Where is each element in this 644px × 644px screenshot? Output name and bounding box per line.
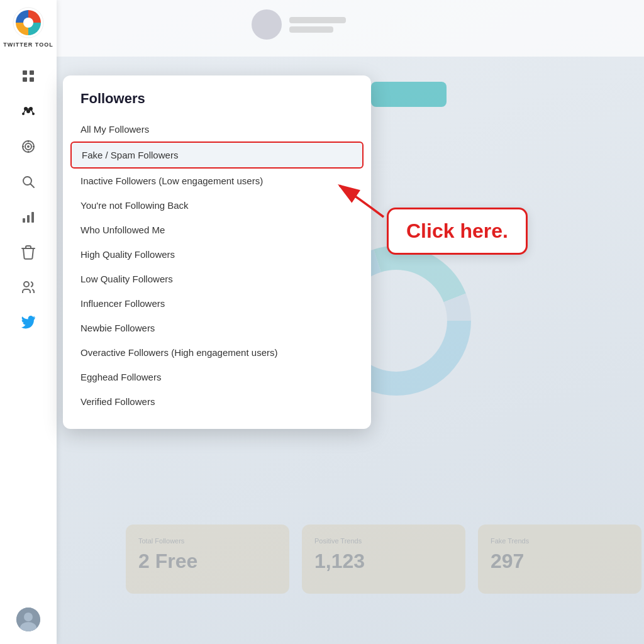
svg-rect-7 (23, 77, 27, 82)
svg-point-4 (23, 18, 33, 28)
bg-name-line (289, 17, 346, 23)
bg-total-value: 2 Free (138, 550, 277, 573)
audience-icon (21, 280, 36, 295)
bg-stats-area: Total Followers 2 Free Positive Trends 1… (126, 525, 641, 594)
sidebar: TWITTER TOOL (0, 0, 57, 644)
svg-rect-8 (30, 77, 34, 82)
sidebar-item-targeting[interactable] (13, 131, 44, 162)
bg-header (57, 0, 644, 57)
bg-total-label: Total Followers (138, 537, 277, 545)
logo-area: TWITTER TOOL (3, 6, 53, 48)
followers-icon (19, 103, 37, 120)
dropdown-item-inactive[interactable]: Inactive Followers (Low engagement users… (63, 169, 371, 193)
click-here-callout: Click here. (387, 208, 528, 255)
dropdown-item-newbie[interactable]: Newbie Followers (63, 316, 371, 340)
twitter-icon (21, 315, 36, 330)
analytics-icon (21, 209, 36, 225)
trash-icon (21, 245, 35, 260)
sidebar-item-followers[interactable] (13, 96, 44, 127)
svg-point-21 (27, 145, 30, 148)
dropdown-item-egghead[interactable]: Egghead Followers (63, 365, 371, 389)
sidebar-item-twitter[interactable] (13, 307, 44, 338)
app-name-label: TWITTER TOOL (3, 42, 53, 48)
sidebar-item-cleanup[interactable] (13, 236, 44, 268)
bg-positive-label: Positive Trends (314, 537, 453, 545)
followers-dropdown: Followers All My Followers Fake / Spam F… (63, 75, 371, 429)
sidebar-item-analytics[interactable] (13, 201, 44, 233)
dropdown-item-all-followers[interactable]: All My Followers (63, 117, 371, 142)
bg-profile-text (289, 17, 346, 33)
sidebar-item-audience[interactable] (13, 272, 44, 303)
bg-profile (252, 9, 346, 40)
bg-fake-label: Fake Trends (491, 537, 629, 545)
bg-avatar (252, 9, 282, 40)
dropdown-item-high-quality[interactable]: High Quality Followers (63, 242, 371, 267)
sidebar-nav (13, 60, 44, 608)
callout-text: Click here. (406, 219, 508, 242)
search-icon (21, 174, 36, 189)
svg-rect-29 (27, 215, 30, 223)
svg-rect-6 (30, 70, 34, 75)
app-logo-icon (12, 6, 45, 39)
bg-handle-line (289, 26, 333, 33)
dropdown-item-not-following-back[interactable]: You're not Following Back (63, 193, 371, 218)
bg-tools-button (371, 82, 447, 107)
svg-rect-5 (23, 70, 27, 75)
avatar-image (16, 608, 40, 631)
sidebar-item-search[interactable] (13, 166, 44, 197)
dropdown-item-verified[interactable]: Verified Followers (63, 389, 371, 414)
dropdown-item-influencer[interactable]: Influencer Followers (63, 291, 371, 316)
dashboard-icon (21, 69, 36, 84)
dropdown-title: Followers (63, 91, 371, 117)
svg-rect-30 (31, 212, 34, 223)
bg-stat-card-positive: Positive Trends 1,123 (302, 525, 465, 594)
user-avatar[interactable] (16, 608, 40, 631)
bg-fake-value: 297 (491, 550, 629, 573)
svg-point-33 (24, 613, 33, 621)
sidebar-item-dashboard[interactable] (13, 60, 44, 92)
bg-stat-card-total: Total Followers 2 Free (126, 525, 289, 594)
dropdown-item-fake-spam[interactable]: Fake / Spam Followers (70, 142, 364, 169)
svg-point-31 (24, 282, 29, 287)
svg-line-27 (31, 184, 35, 188)
bg-positive-value: 1,123 (314, 550, 453, 573)
dropdown-item-low-quality[interactable]: Low Quality Followers (63, 267, 371, 291)
svg-rect-28 (23, 218, 25, 223)
targeting-icon (21, 139, 36, 154)
dropdown-item-unfollowed-me[interactable]: Who Unfollowed Me (63, 218, 371, 242)
bg-stat-card-fake: Fake Trends 297 (478, 525, 641, 594)
dropdown-item-overactive[interactable]: Overactive Followers (High engagement us… (63, 340, 371, 365)
